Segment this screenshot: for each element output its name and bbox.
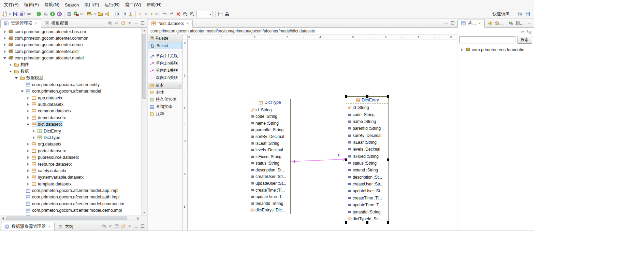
- menu-item[interactable]: 窗口(W): [122, 1, 144, 9]
- tab-outline[interactable]: 大纲: [55, 222, 76, 231]
- tree-item[interactable]: com.primeton.gocom.afcenter.entity: [0, 81, 147, 88]
- refresh-icon[interactable]: [120, 20, 126, 26]
- new-wizard-icon[interactable]: [1, 11, 8, 17]
- chevron-collapsed-icon[interactable]: [26, 181, 31, 186]
- toolbar-combo[interactable]: [196, 11, 213, 17]
- entity-field[interactable]: parentId :String: [250, 127, 290, 134]
- tree-item[interactable]: com.primeton.gocom.afcenter.model.app.im…: [0, 187, 147, 194]
- component-tree[interactable]: com.primeton.eos.foundatio: [457, 45, 534, 231]
- quick-access-label[interactable]: 快速访问: [493, 11, 510, 17]
- relation-target-label[interactable]: n: [338, 153, 340, 157]
- chevron-collapsed-icon[interactable]: [8, 62, 13, 67]
- palette-tool[interactable]: 持久化实体: [148, 96, 182, 103]
- perspective-icon[interactable]: [524, 11, 531, 17]
- selection-handle[interactable]: [345, 95, 347, 98]
- redo-icon[interactable]: [168, 11, 175, 17]
- entity-field[interactable]: name :String: [347, 118, 388, 125]
- selection-handle[interactable]: [345, 158, 347, 161]
- chevron-collapsed-icon[interactable]: [26, 175, 31, 180]
- tree-item[interactable]: com.primeton.gocom.afcenter.bps.om: [0, 28, 147, 35]
- entity-dictentry[interactable]: DictEntryid :Stringcode :Stringname :Str…: [346, 96, 389, 223]
- minimize-icon[interactable]: [443, 20, 449, 26]
- tree-item[interactable]: com.primeton.gocom.afcenter.dict: [0, 48, 147, 55]
- horizontal-ruler[interactable]: 0.1.2.3.4.5.6.7.8.: [188, 35, 457, 40]
- palette-header[interactable]: Palette: [148, 35, 182, 42]
- tree-item[interactable]: 数据模型: [0, 75, 147, 81]
- tree-item[interactable]: resource.datasetx: [0, 161, 147, 167]
- terminal-icon[interactable]: [35, 11, 42, 17]
- entity-field[interactable]: createTime :Ti...: [347, 195, 388, 201]
- maximize-icon[interactable]: [140, 20, 146, 26]
- link-editor-icon[interactable]: [519, 29, 526, 35]
- tree-item[interactable]: 数据: [0, 68, 147, 74]
- chevron-collapsed-icon[interactable]: [26, 168, 31, 173]
- chevron-collapsed-icon[interactable]: [2, 29, 8, 34]
- chevron-collapsed-icon[interactable]: [26, 162, 31, 167]
- relation-line[interactable]: [188, 40, 457, 231]
- entity-field[interactable]: createTime :Ti...: [250, 187, 290, 194]
- open-folder-icon[interactable]: [97, 11, 104, 17]
- palette-tool[interactable]: 单向n:1关联: [148, 67, 182, 74]
- chevron-collapsed-icon[interactable]: [26, 115, 31, 120]
- link-editor-icon[interactable]: [107, 223, 113, 229]
- palette-tool[interactable]: Select: [148, 42, 182, 49]
- entity-field[interactable]: description :St...: [250, 167, 290, 173]
- tree-item[interactable]: org.datasetx: [0, 141, 147, 148]
- chevron-collapsed-icon[interactable]: [2, 49, 8, 54]
- menu-item[interactable]: 导航(N): [42, 1, 62, 9]
- selection-handle[interactable]: [387, 95, 389, 98]
- chevron-collapsed-icon[interactable]: [31, 135, 36, 140]
- tab-template-config[interactable]: 模板配置: [41, 19, 71, 28]
- chevron-collapsed-icon[interactable]: [26, 148, 31, 153]
- entity-field[interactable]: status :String: [347, 160, 388, 167]
- entity-field[interactable]: updateUser :St...: [250, 180, 290, 187]
- save-all-icon[interactable]: [19, 11, 26, 17]
- dropdown-caret-icon[interactable]: [93, 11, 97, 17]
- entity-field[interactable]: tenantId :String: [250, 200, 290, 207]
- entity-field[interactable]: id :String: [347, 104, 388, 111]
- run-icon[interactable]: [49, 11, 56, 17]
- tree-item[interactable]: com.primeton.gocom.afcenter.model.auth.i…: [0, 194, 147, 200]
- entity-field[interactable]: status :String: [250, 160, 290, 167]
- selection-handle[interactable]: [387, 158, 389, 161]
- layout-icon[interactable]: [114, 223, 120, 229]
- menu-item[interactable]: 项目(P): [82, 1, 102, 9]
- external-tools-icon[interactable]: [73, 11, 79, 17]
- scrollbar-thumb[interactable]: [6, 217, 127, 220]
- horizontal-scrollbar[interactable]: [0, 216, 147, 221]
- close-icon[interactable]: [34, 21, 38, 26]
- scroll-left-icon[interactable]: [1, 216, 6, 221]
- close-icon[interactable]: [47, 224, 52, 229]
- menu-item[interactable]: Search: [62, 1, 82, 9]
- tree-item[interactable]: com.primeton.gocom.afcenter.demo: [0, 42, 147, 48]
- entity-field[interactable]: createUser :Str...: [250, 173, 290, 180]
- chevron-collapsed-icon[interactable]: [26, 155, 31, 160]
- entity-field[interactable]: levels :Decimal: [347, 146, 388, 153]
- search-input[interactable]: [459, 36, 515, 43]
- tab-business[interactable]: 业...: [485, 19, 506, 28]
- entity-field[interactable]: updateTime :T...: [250, 193, 290, 200]
- chevron-collapsed-icon[interactable]: [2, 36, 8, 41]
- dropdown-caret-icon[interactable]: [155, 11, 158, 17]
- selection-handle[interactable]: [366, 95, 368, 98]
- maximize-icon[interactable]: [533, 20, 534, 26]
- entity-field[interactable]: isLeaf :String: [250, 140, 290, 147]
- selection-handle[interactable]: [366, 221, 368, 224]
- tree-item[interactable]: DictEntry: [0, 128, 147, 134]
- scroll-down-icon[interactable]: [142, 210, 147, 215]
- palette-tool[interactable]: 查询实体: [148, 103, 182, 110]
- scroll-up-icon[interactable]: [142, 28, 147, 33]
- flashlight-icon[interactable]: [104, 11, 111, 17]
- new-entity-icon[interactable]: [86, 11, 93, 17]
- tab-datasource-explorer[interactable]: 数据源资源管理器: [1, 222, 55, 231]
- chevron-collapsed-icon[interactable]: [459, 47, 465, 52]
- tab-groups[interactable]: 组...: [506, 19, 526, 28]
- palette-tool[interactable]: 实体: [148, 89, 182, 96]
- chevron-collapsed-icon[interactable]: [2, 42, 8, 47]
- minimize-icon[interactable]: [133, 223, 139, 229]
- palette-section-header[interactable]: 基本: [148, 82, 182, 89]
- tab-resource-explorer[interactable]: 资源管理器: [0, 19, 41, 28]
- tree-item[interactable]: com.primeton.gocom.afcenter.model: [0, 55, 147, 61]
- collapse-all-icon[interactable]: [107, 20, 113, 26]
- entity-field[interactable]: isFixed :String: [347, 153, 388, 160]
